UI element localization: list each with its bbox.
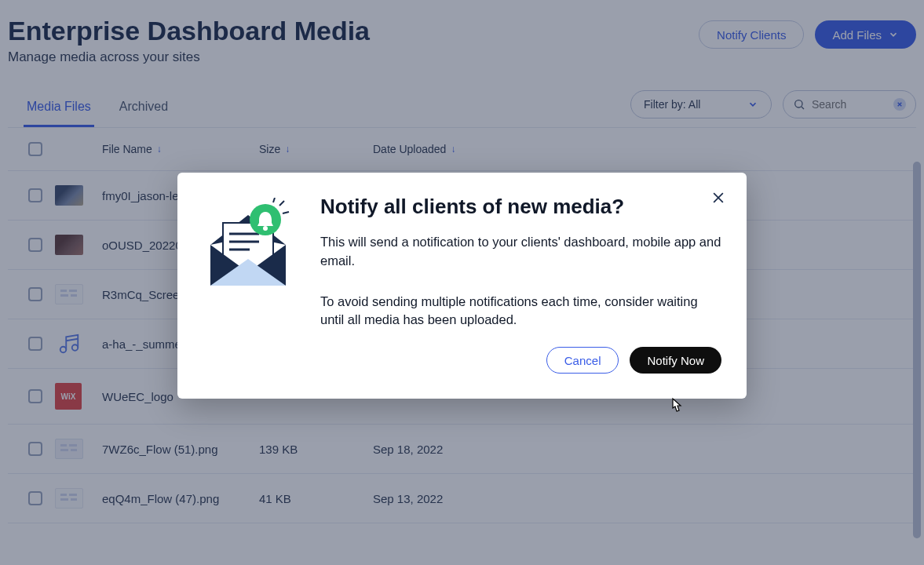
svg-line-32 — [279, 201, 284, 206]
modal-overlay: Notify all clients of new media? This wi… — [0, 0, 924, 565]
cancel-button[interactable]: Cancel — [546, 347, 619, 374]
close-icon — [710, 190, 726, 206]
svg-line-33 — [283, 212, 289, 213]
dialog-body: Notify all clients of new media? This wi… — [320, 195, 721, 374]
svg-point-31 — [263, 226, 268, 231]
envelope-illustration — [201, 195, 295, 295]
dialog-text-2: To avoid sending multiple notifications … — [320, 293, 721, 330]
notify-now-button[interactable]: Notify Now — [630, 347, 721, 374]
dialog-text-1: This will send a notification to your cl… — [320, 233, 721, 271]
notify-dialog: Notify all clients of new media? This wi… — [177, 173, 747, 399]
dialog-close-button[interactable] — [707, 187, 729, 209]
svg-line-34 — [273, 198, 275, 202]
dialog-title: Notify all clients of new media? — [320, 195, 721, 219]
dialog-actions: Cancel Notify Now — [320, 347, 721, 374]
